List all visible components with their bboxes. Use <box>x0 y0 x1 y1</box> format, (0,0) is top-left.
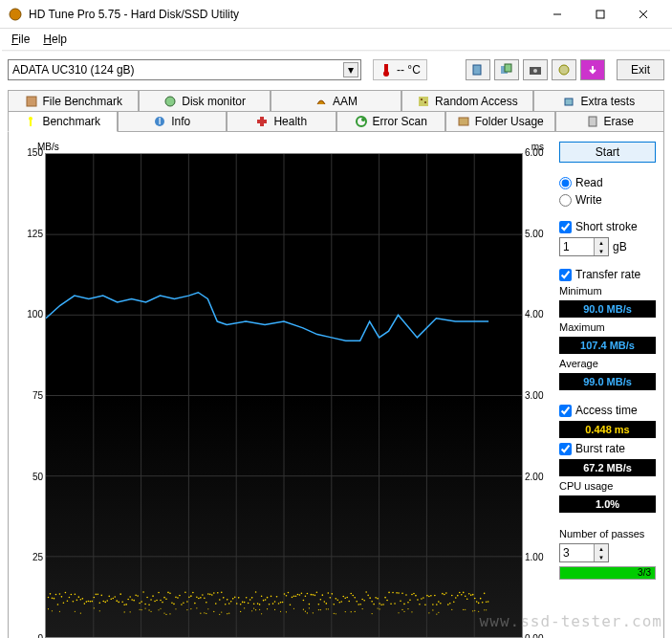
tab-random-access[interactable]: Random Access <box>401 90 532 111</box>
chevron-down-icon: ▾ <box>343 62 358 77</box>
drive-select[interactable]: ADATA UC310 (124 gB) ▾ <box>8 59 361 80</box>
y2-tick: 6.00 <box>525 147 552 158</box>
svg-point-26 <box>361 118 365 121</box>
svg-point-19 <box>29 117 33 121</box>
tab-icon <box>457 115 470 128</box>
tab-icon <box>24 115 37 128</box>
window-title: HD Tune Pro 5.75 - Hard Disk/SSD Utility <box>29 8 535 21</box>
screenshot-button[interactable] <box>523 59 548 80</box>
svg-rect-20 <box>30 121 32 126</box>
average-label: Average <box>559 358 656 369</box>
burst-rate-value: 67.2 MB/s <box>559 459 656 476</box>
maximum-label: Maximum <box>559 321 656 333</box>
svg-rect-28 <box>589 117 596 126</box>
passes-progress: 3/3 <box>559 566 656 580</box>
maximum-value: 107.4 MB/s <box>559 337 656 354</box>
maximize-button[interactable] <box>578 1 621 28</box>
tab-file-benchmark[interactable]: File Benchmark <box>8 90 139 111</box>
y-tick: 125 <box>20 229 43 239</box>
svg-point-11 <box>533 69 537 73</box>
temperature-display: -- °C <box>373 59 427 80</box>
benchmark-chart: MB/sms02550751001251500.001.002.003.004.… <box>16 140 552 638</box>
minimize-button[interactable] <box>535 1 578 28</box>
tab-icon <box>163 95 177 108</box>
exit-button[interactable]: Exit <box>617 59 664 80</box>
watermark: www.ssd-tester.com <box>480 612 662 630</box>
y2-tick: 2.00 <box>525 472 552 482</box>
y2-tick: 4.00 <box>525 309 552 319</box>
average-value: 99.0 MB/s <box>559 373 656 390</box>
tab-icon <box>314 95 328 108</box>
close-button[interactable] <box>621 1 664 28</box>
svg-point-16 <box>421 99 423 100</box>
transfer-rate-checkbox[interactable]: Transfer rate <box>559 268 656 281</box>
tab-folder-usage[interactable]: Folder Usage <box>445 111 555 132</box>
tab-benchmark[interactable]: Benchmark <box>8 111 118 132</box>
burst-rate-checkbox[interactable]: Burst rate <box>559 442 656 455</box>
tab-icon <box>25 95 38 108</box>
read-radio[interactable]: Read <box>559 176 656 189</box>
cpu-usage-label: CPU usage <box>559 480 656 492</box>
y2-tick: 0.00 <box>525 633 552 638</box>
tab-icon: i <box>153 115 166 128</box>
write-radio[interactable]: Write <box>559 193 656 207</box>
tab-extra-tests[interactable]: Extra tests <box>533 90 664 111</box>
tab-health[interactable]: Health <box>227 111 336 132</box>
app-icon <box>8 7 23 22</box>
short-stroke-input[interactable]: 1▲▼ <box>559 237 609 256</box>
svg-rect-15 <box>419 97 428 106</box>
access-time-value: 0.448 ms <box>559 421 656 438</box>
tab-erase[interactable]: Erase <box>555 111 665 132</box>
svg-point-17 <box>424 101 426 103</box>
tab-error-scan[interactable]: Error Scan <box>336 111 446 132</box>
short-stroke-checkbox[interactable]: Short stroke <box>559 220 656 233</box>
thermometer-icon <box>379 63 393 77</box>
y2-tick: 3.00 <box>525 390 552 401</box>
save-button[interactable] <box>580 59 605 80</box>
svg-rect-18 <box>565 99 573 105</box>
tab-aam[interactable]: AAM <box>271 90 401 111</box>
y-tick: 75 <box>20 390 43 401</box>
settings-button[interactable] <box>552 59 576 80</box>
y-tick: 50 <box>20 472 43 482</box>
tab-disk-monitor[interactable]: Disk monitor <box>139 90 270 111</box>
svg-text:i: i <box>159 115 162 127</box>
cpu-usage-value: 1.0% <box>559 495 656 513</box>
svg-rect-13 <box>27 97 36 106</box>
svg-point-6 <box>383 71 389 77</box>
copy-screenshot-button[interactable] <box>494 59 519 80</box>
svg-point-25 <box>357 117 366 126</box>
y2-tick: 5.00 <box>525 229 552 239</box>
y2-tick: 1.00 <box>525 552 552 562</box>
svg-point-0 <box>10 9 21 20</box>
y-tick: 25 <box>20 552 43 562</box>
short-stroke-unit: gB <box>613 240 627 253</box>
access-time-checkbox[interactable]: Access time <box>559 404 656 417</box>
start-button[interactable]: Start <box>559 142 656 163</box>
svg-point-14 <box>165 97 175 106</box>
minimum-label: Minimum <box>559 285 656 297</box>
svg-rect-9 <box>505 64 511 72</box>
copy-info-button[interactable] <box>466 59 490 80</box>
tab-icon <box>255 115 269 128</box>
y-tick: 0 <box>20 633 43 638</box>
minimum-value: 90.0 MB/s <box>559 300 656 318</box>
svg-rect-7 <box>473 65 481 75</box>
tab-info[interactable]: iInfo <box>118 111 228 132</box>
tab-icon <box>562 95 575 108</box>
tab-icon <box>355 115 368 128</box>
svg-rect-27 <box>459 118 468 125</box>
menu-help[interactable]: Help <box>37 31 73 48</box>
svg-rect-24 <box>257 120 267 123</box>
y-tick: 150 <box>20 147 43 158</box>
passes-input[interactable]: 3▲▼ <box>559 543 609 562</box>
drive-select-value: ADATA UC310 (124 gB) <box>12 63 135 77</box>
svg-point-12 <box>559 65 569 75</box>
tab-icon <box>417 95 430 108</box>
passes-label: Number of passes <box>559 528 656 539</box>
y-tick: 100 <box>20 309 43 319</box>
tab-icon <box>586 115 599 128</box>
svg-rect-2 <box>596 11 604 18</box>
menu-file[interactable]: File <box>6 31 35 48</box>
